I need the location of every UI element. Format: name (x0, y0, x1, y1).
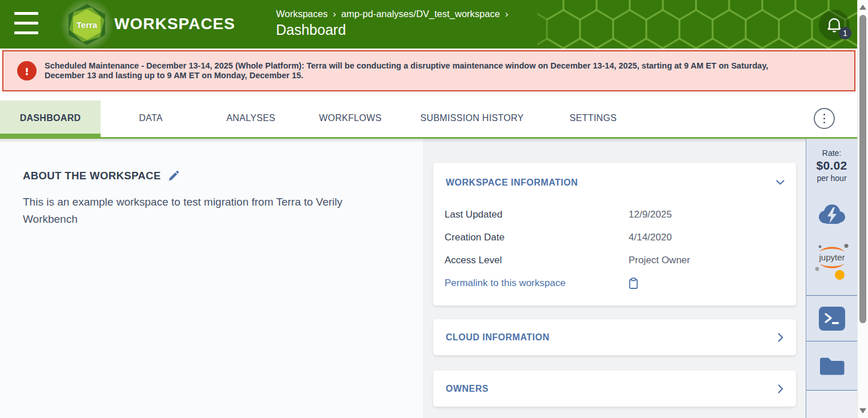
files-button[interactable] (818, 355, 846, 377)
scrollbar-thumb[interactable] (859, 15, 866, 323)
app-title: WORKSPACES (114, 15, 235, 33)
copy-permalink-button[interactable] (629, 278, 638, 290)
terra-workspace-dashboard: Terra WORKSPACES Workspaces › amp-pd-ana… (0, 0, 868, 418)
kebab-dot (823, 118, 826, 120)
kebab-dot (823, 122, 826, 124)
info-value: Project Owner (629, 255, 690, 266)
hexagon-pattern-decoration (537, 0, 857, 49)
menu-icon[interactable] (14, 12, 38, 34)
alert-message: Scheduled Maintenance - December 13-14, … (45, 61, 799, 81)
rail-footer (806, 391, 857, 418)
menu-bar (14, 31, 38, 34)
cloud-environment-button[interactable] (815, 202, 849, 230)
logo-wordmark: Terra (77, 20, 97, 30)
content-top-shadow (0, 139, 857, 143)
info-value: 4/14/2020 (629, 232, 672, 243)
terra-logo[interactable]: Terra (64, 2, 110, 47)
tab-workflows[interactable]: WORKFLOWS (319, 113, 381, 123)
maintenance-alert-banner: Scheduled Maintenance - December 13-14, … (2, 50, 855, 91)
workspace-information-card: WORKSPACE INFORMATION Last Updated 12/9/… (433, 163, 796, 306)
cloud-information-card[interactable]: CLOUD INFORMATION (433, 319, 796, 355)
info-row: Access Level Project Owner (445, 255, 785, 266)
rate-display: Rate: $0.02 per hour (806, 139, 857, 183)
tab-submission-history[interactable]: SUBMISSION HISTORY (421, 113, 524, 123)
permalink-link[interactable]: Permalink to this workspace (445, 278, 566, 288)
breadcrumb-workspaces-link[interactable]: Workspaces (276, 9, 327, 19)
terminal-button[interactable] (819, 307, 845, 331)
workspace-menu-button[interactable] (814, 108, 835, 129)
breadcrumb-workspace-name-link[interactable]: amp-pd-analyses/DV_test_workspace (341, 9, 500, 19)
kebab-dot (823, 114, 826, 116)
cloud-information-heading: CLOUD INFORMATION (446, 332, 550, 343)
rate-unit: per hour (806, 174, 857, 183)
permalink-row: Permalink to this workspace (445, 278, 785, 289)
breadcrumb-separator: › (505, 9, 509, 19)
chevron-right-icon (778, 333, 783, 342)
pencil-icon (167, 170, 179, 182)
breadcrumb-separator: › (333, 9, 336, 19)
info-label: Creation Date (445, 232, 505, 243)
workspace-information-heading[interactable]: WORKSPACE INFORMATION (446, 178, 578, 188)
tab-data[interactable]: DATA (139, 113, 163, 123)
jupyter-button[interactable]: jupyter (811, 242, 853, 275)
collapse-section-button[interactable] (776, 180, 785, 185)
tab-dashboard[interactable]: DASHBOARD (20, 113, 81, 123)
breadcrumb: Workspaces › amp-pd-analyses/DV_test_wor… (276, 9, 508, 38)
edit-description-button[interactable] (167, 170, 179, 182)
info-row: Last Updated 12/9/2025 (445, 209, 785, 220)
info-label: Access Level (445, 255, 502, 266)
about-workspace-heading: ABOUT THE WORKSPACE (23, 170, 161, 182)
rate-label: Rate: (806, 148, 857, 158)
jupyter-icon: jupyter (811, 242, 853, 272)
owners-heading: OWNERS (446, 384, 489, 394)
top-header: Terra WORKSPACES Workspaces › amp-pd-ana… (0, 0, 857, 49)
info-label: Last Updated (445, 209, 502, 220)
info-row: Creation Date 4/14/2020 (445, 232, 785, 243)
alert-exclamation-icon (17, 61, 37, 81)
terminal-icon (823, 311, 841, 327)
cloud-lightning-icon (815, 202, 849, 228)
chevron-right-icon (778, 384, 783, 393)
menu-bar (14, 22, 38, 25)
jupyter-wordmark: jupyter (818, 252, 845, 262)
clipboard-copy-icon (629, 278, 638, 290)
owners-card[interactable]: OWNERS (433, 371, 796, 407)
chevron-down-icon (776, 180, 785, 185)
rate-value: $0.02 (806, 159, 857, 172)
scroll-up-button[interactable] (859, 5, 866, 10)
workspace-description: This is an example workspace to test mig… (23, 194, 357, 228)
menu-bar (14, 12, 38, 15)
folder-icon (818, 355, 846, 377)
jupyter-status-dot (835, 270, 845, 280)
page-title: Dashboard (276, 22, 508, 38)
info-value: 12/9/2025 (629, 209, 672, 220)
scroll-down-button[interactable] (859, 408, 866, 413)
environment-rail: Rate: $0.02 per hour (806, 139, 857, 418)
notification-badge: 1 (839, 27, 851, 39)
tab-settings[interactable]: SETTINGS (570, 113, 617, 123)
tab-analyses[interactable]: ANALYSES (226, 113, 275, 123)
scrollbar-track[interactable] (857, 0, 868, 418)
